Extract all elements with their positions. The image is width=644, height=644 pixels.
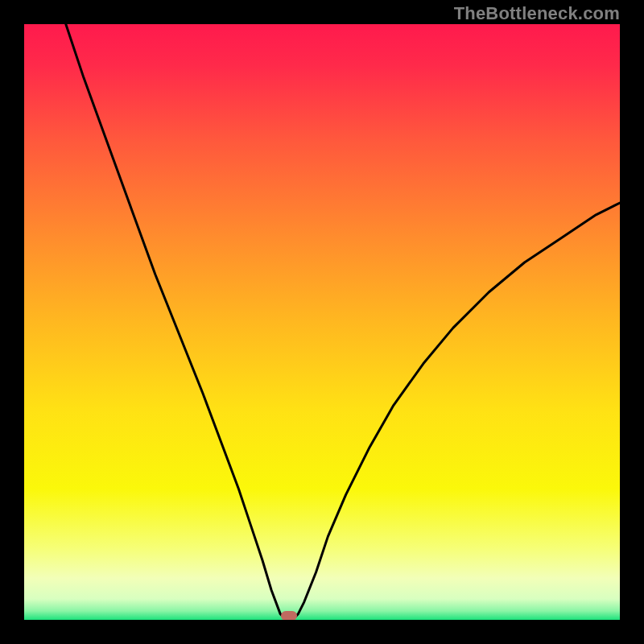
watermark-text: TheBottleneck.com <box>454 3 620 24</box>
chart-frame: TheBottleneck.com <box>0 0 644 644</box>
bottleneck-curve <box>24 24 620 620</box>
chart-plot-area <box>24 24 620 620</box>
optimal-point-marker <box>281 611 297 620</box>
